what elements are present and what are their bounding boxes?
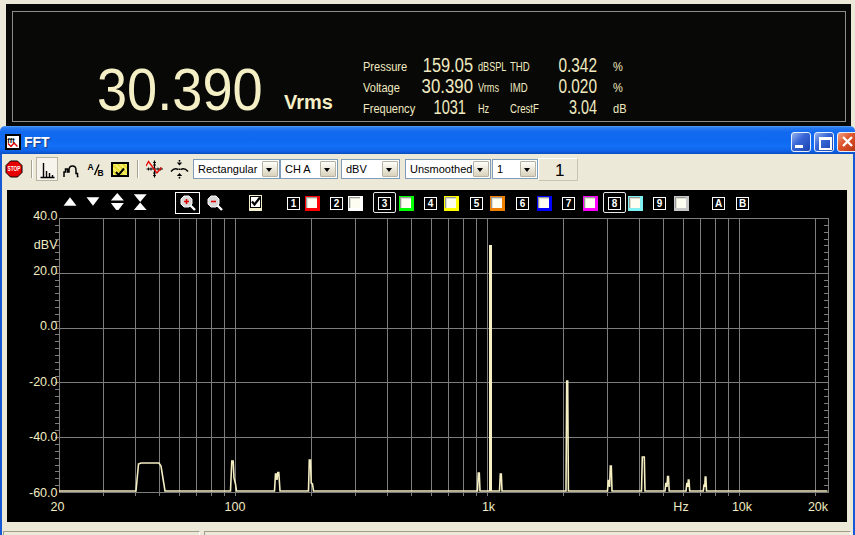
svg-text:STOP: STOP	[8, 165, 21, 172]
svg-text:-20.0: -20.0	[29, 375, 58, 389]
svg-text:dBV: dBV	[34, 238, 58, 252]
svg-text:-40.0: -40.0	[29, 430, 58, 444]
svg-text:Hz: Hz	[673, 500, 688, 514]
svg-text:40.0: 40.0	[33, 209, 57, 223]
svg-text:A: A	[88, 162, 94, 172]
svg-text:0.0: 0.0	[40, 319, 57, 333]
svg-text:1k: 1k	[482, 500, 496, 514]
svg-text:20.0: 20.0	[33, 264, 57, 278]
svg-text:-60.0: -60.0	[29, 486, 58, 500]
svg-text:B: B	[98, 168, 104, 178]
svg-text:100: 100	[225, 500, 246, 514]
svg-text:20k: 20k	[808, 500, 829, 514]
svg-text:20: 20	[51, 500, 65, 514]
svg-text:10k: 10k	[732, 500, 753, 514]
